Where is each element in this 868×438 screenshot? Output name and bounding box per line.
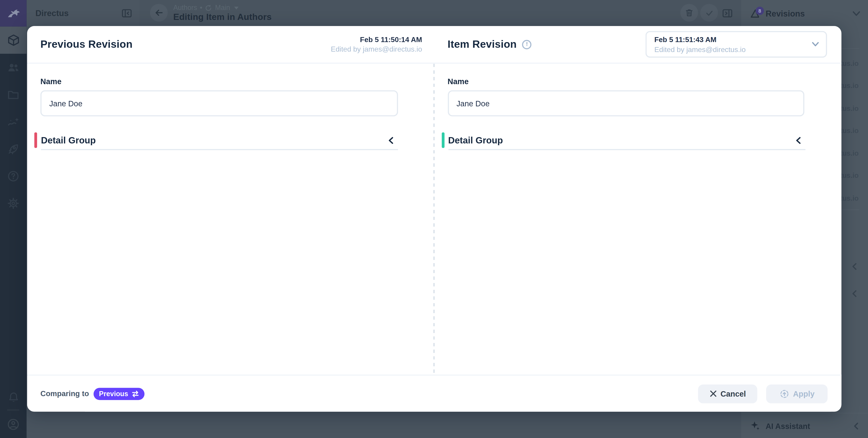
- close-icon: [709, 390, 717, 397]
- notifications-bell-icon[interactable]: [0, 389, 27, 405]
- page-header: Authors • Main Editing Item in Authors: [140, 0, 741, 26]
- module-insights[interactable]: [0, 108, 27, 135]
- back-button[interactable]: [150, 4, 168, 22]
- page-title: Editing Item in Authors: [174, 12, 272, 22]
- ai-assistant-bar[interactable]: AI Assistant: [741, 413, 868, 438]
- previous-revision-edited-by: Edited by james@directus.io: [331, 45, 422, 54]
- apply-upload-icon: [779, 389, 789, 399]
- ai-assistant-label: AI Assistant: [766, 413, 810, 438]
- revision-select-dropdown[interactable]: Feb 5 11:51:43 AM Edited by james@direct…: [646, 31, 827, 58]
- name-field-label: Name: [447, 77, 469, 86]
- compare-target-button[interactable]: Previous: [93, 387, 144, 400]
- chevron-left-icon[interactable]: [851, 290, 858, 297]
- item-revision-title: Item Revision: [447, 38, 517, 51]
- selected-revision-timestamp: Feb 5 11:51:43 AM: [654, 35, 806, 45]
- previous-revision-pane: Name Detail Group: [27, 64, 434, 375]
- breadcrumb-version[interactable]: Main: [215, 4, 230, 11]
- revisions-panel-title: Revisions: [766, 0, 805, 28]
- selected-revision-edited-by: Edited by james@directus.io: [654, 45, 806, 55]
- directus-rabbit-icon[interactable]: [0, 0, 27, 27]
- module-marketplace[interactable]: [0, 135, 27, 163]
- project-name: Directus: [35, 0, 69, 26]
- revisions-count-badge: 8: [756, 6, 764, 15]
- previous-revision-header: Previous Revision Feb 5 11:50:14 AM Edit…: [27, 26, 434, 63]
- revision-compare-modal: Previous Revision Feb 5 11:50:14 AM Edit…: [27, 26, 841, 411]
- nav-sidebar-header: Directus: [27, 0, 140, 26]
- chevron-left-icon[interactable]: [851, 263, 858, 270]
- breadcrumb-separator: •: [200, 4, 202, 11]
- divider: [7, 409, 20, 411]
- chevron-left-icon[interactable]: [795, 136, 801, 145]
- name-field-label: Name: [40, 77, 61, 86]
- compare-target-label: Previous: [99, 390, 128, 398]
- chevron-down-icon[interactable]: [852, 11, 861, 17]
- version-sync-icon: [205, 4, 212, 11]
- module-help[interactable]: [0, 163, 27, 189]
- previous-revision-title: Previous Revision: [40, 38, 133, 51]
- version-caret-icon[interactable]: [234, 6, 239, 9]
- modal-header: Previous Revision Feb 5 11:50:14 AM Edit…: [27, 26, 841, 64]
- module-bar: [0, 0, 27, 438]
- detail-group-title: Detail Group: [448, 135, 503, 146]
- name-field-input[interactable]: [40, 90, 398, 116]
- item-revision-header: Item Revision ! Feb 5 11:51:43 AM Edited…: [434, 26, 841, 63]
- name-field-input[interactable]: [447, 90, 804, 116]
- comparing-to-label: Comparing to: [40, 389, 89, 398]
- modal-body: Name Detail Group Name Detail Group: [27, 64, 841, 375]
- module-content[interactable]: [0, 27, 27, 54]
- app-root: Directus Authors • Main Editing Item in …: [0, 0, 868, 438]
- panes-dashed-divider: [434, 64, 435, 375]
- open-sidebar-icon[interactable]: [721, 7, 734, 20]
- detail-group-title: Detail Group: [41, 135, 96, 146]
- user-avatar-icon[interactable]: [0, 416, 27, 433]
- modal-footer: Comparing to Previous Cancel Apply: [27, 375, 841, 412]
- detail-group-change-bar: [34, 133, 37, 148]
- collapse-nav-icon[interactable]: [121, 7, 133, 20]
- cancel-button[interactable]: Cancel: [698, 384, 757, 403]
- detail-group-change-bar: [441, 133, 444, 148]
- breadcrumb-collection[interactable]: Authors: [174, 4, 197, 11]
- module-users[interactable]: [0, 54, 27, 81]
- apply-label: Apply: [793, 389, 814, 398]
- delete-item-button[interactable]: [680, 4, 698, 22]
- sparkle-icon: [750, 420, 760, 431]
- save-button[interactable]: [700, 4, 718, 22]
- divider: [448, 149, 805, 150]
- chevron-down-icon: [811, 41, 819, 47]
- previous-revision-meta: Feb 5 11:50:14 AM Edited by james@direct…: [331, 35, 422, 54]
- apply-button[interactable]: Apply: [766, 384, 828, 403]
- info-icon[interactable]: !: [522, 39, 532, 49]
- swap-icon: [131, 390, 139, 397]
- divider: [41, 149, 398, 150]
- cancel-label: Cancel: [720, 389, 746, 398]
- previous-revision-timestamp: Feb 5 11:50:14 AM: [331, 35, 422, 45]
- module-files[interactable]: [0, 81, 27, 108]
- chevron-left-icon[interactable]: [388, 136, 394, 145]
- chevron-left-icon[interactable]: [853, 422, 859, 430]
- item-revision-pane: Name Detail Group: [434, 64, 841, 375]
- module-settings[interactable]: [0, 189, 27, 217]
- breadcrumb[interactable]: Authors • Main: [174, 4, 239, 11]
